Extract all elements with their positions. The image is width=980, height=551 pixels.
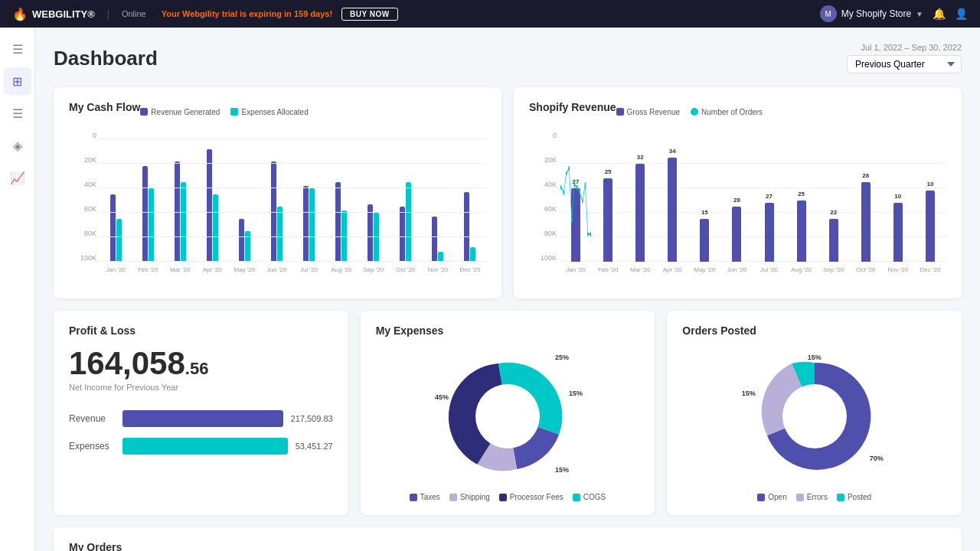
svg-point-1: [782, 384, 847, 448]
page-title: Dashboard: [54, 47, 158, 70]
shopify-line-dot-7: [579, 191, 580, 195]
pnl-expenses-bar: [122, 438, 288, 455]
pnl-revenue-value: 217,509.83: [291, 414, 333, 423]
shopify-x-label: Feb '20: [592, 263, 624, 285]
sidebar-item-products[interactable]: ◈: [4, 132, 31, 159]
store-dropdown-icon: ▼: [916, 10, 923, 18]
expenses-card: My Expenses: [361, 311, 655, 515]
shopify-x-label: Oct '20: [850, 263, 882, 285]
sidebar-item-orders[interactable]: ☰: [4, 99, 31, 127]
legend-posted: Posted: [837, 493, 871, 501]
shopify-line-dot-9: [584, 182, 586, 187]
shopify-revenue-card: Shopify Revenue Gross Revenue Number of …: [514, 87, 962, 298]
pnl-revenue-row: Revenue 217,509.83: [69, 410, 333, 427]
legend-revenue-dot: [140, 108, 148, 116]
cashflow-x-label: Dec '20: [454, 263, 486, 285]
top-charts-row: My Cash Flow Revenue Generated Expenses …: [54, 87, 962, 298]
pnl-card: Profit & Loss 164,058.56 Net Income for …: [54, 311, 348, 515]
pnl-expenses-value: 53,451.27: [296, 442, 333, 451]
sidebar: ☰ ⊞ ☰ ◈ 📈: [0, 28, 35, 551]
shopify-x-label: Dec '20: [914, 263, 946, 285]
shopify-x-label: Jul '20: [753, 263, 785, 285]
logo-icon: 🔥: [12, 7, 28, 21]
shopify-chart: 100K 80K 60K 40K 20K 0 272532341: [529, 132, 946, 285]
expenses-donut: 25% 15% 15% 45%: [431, 347, 584, 485]
nav-right: M My Shopify Store ▼ 🔔 👤: [820, 5, 968, 22]
shopify-line-dot-5: [573, 182, 575, 187]
expenses-pct-1: 25%: [555, 354, 569, 361]
date-range-section: Jul 1, 2022 – Sep 30, 2022 Previous Quar…: [847, 43, 962, 73]
shopify-x-label: Sep '20: [818, 263, 850, 285]
expenses-donut-svg: [431, 347, 584, 485]
expenses-title: My Expenses: [376, 324, 640, 337]
cashflow-x-label: May '20: [228, 263, 260, 285]
shopify-line-dot-8: [582, 199, 583, 204]
legend-orders-dot: [691, 108, 698, 116]
legend-expenses: Expenses Allocated: [230, 108, 308, 116]
shopify-x-label: Jun '20: [720, 263, 753, 285]
store-name: My Shopify Store: [841, 8, 911, 19]
orders-legend: Open Errors Posted: [757, 493, 871, 501]
cashflow-grid: [100, 139, 486, 262]
pnl-revenue-bar: [122, 410, 283, 427]
sidebar-item-dashboard[interactable]: ⊞: [4, 67, 31, 95]
expenses-pct-2: 15%: [569, 390, 583, 397]
cashflow-x-label: Nov '20: [422, 263, 454, 285]
orders-pct-open: 15%: [808, 354, 822, 361]
legend-open: Open: [757, 493, 786, 501]
shopify-x-label: Aug '20: [786, 263, 818, 285]
date-range-label: Jul 1, 2022 – Sep 30, 2022: [861, 43, 962, 52]
orders-posted-donut-container: 15% 15% 70% Open Errors: [682, 347, 946, 501]
shopify-title: Shopify Revenue: [529, 101, 616, 113]
user-icon[interactable]: 👤: [955, 8, 968, 20]
legend-orders-count: Number of Orders: [691, 108, 763, 116]
date-range-select[interactable]: Previous Quarter This Quarter Last Month…: [847, 55, 962, 73]
shopify-x-labels: Jan '20Feb '20Mar '20Apr '20May '20Jun '…: [560, 263, 946, 285]
shopify-x-label: Mar '20: [624, 263, 656, 285]
cashflow-x-label: Sep '20: [358, 263, 390, 285]
my-orders-title: My Orders: [69, 541, 946, 551]
cashflow-x-label: Feb '20: [132, 263, 164, 285]
pnl-revenue-label: Revenue: [69, 413, 115, 424]
buy-now-button[interactable]: BUY NOW: [341, 8, 398, 21]
cashflow-x-label: Oct '20: [390, 263, 422, 285]
shopify-line-dot-0: [560, 185, 562, 190]
logo: 🔥 WEBGILITY®: [12, 7, 95, 21]
cashflow-card: My Cash Flow Revenue Generated Expenses …: [54, 87, 501, 298]
top-navigation: 🔥 WEBGILITY® | Online Your Webgility tri…: [0, 0, 980, 28]
orders-pct-posted: 70%: [870, 455, 884, 462]
orders-donut-svg: [738, 347, 891, 485]
sidebar-item-menu[interactable]: ☰: [4, 35, 31, 63]
pnl-expenses-label: Expenses: [69, 441, 115, 452]
page-header: Dashboard Jul 1, 2022 – Sep 30, 2022 Pre…: [54, 43, 962, 73]
my-orders-section: My Orders: [54, 527, 962, 551]
main-layout: ☰ ⊞ ☰ ◈ 📈 Dashboard Jul 1, 2022 – Sep 30…: [0, 28, 980, 551]
legend-taxes: Taxes: [410, 493, 440, 501]
svg-point-0: [475, 384, 540, 448]
online-status: Online: [122, 9, 146, 18]
shopify-line: [561, 168, 591, 234]
legend-shipping: Shipping: [449, 493, 490, 501]
nav-divider: |: [107, 8, 109, 19]
orders-pct-errors: 15%: [742, 390, 756, 397]
cashflow-y-axis: 100K 80K 60K 40K 20K 0: [69, 132, 100, 262]
bottom-cards-row: Profit & Loss 164,058.56 Net Income for …: [54, 311, 962, 515]
pnl-subtitle: Net Income for Previous Year: [69, 383, 333, 392]
cashflow-title: My Cash Flow: [69, 101, 140, 113]
legend-cogs: COGS: [573, 493, 606, 501]
notification-icon[interactable]: 🔔: [933, 8, 946, 20]
cashflow-x-label: Jun '20: [260, 263, 292, 285]
store-selector[interactable]: M My Shopify Store ▼: [820, 5, 923, 22]
shopify-legend: Gross Revenue Number of Orders: [616, 108, 763, 116]
shopify-line-dot-11: [590, 232, 591, 236]
legend-processor-fees: Processor Fees: [499, 493, 564, 501]
orders-posted-donut: 15% 15% 70%: [738, 347, 891, 485]
shopify-line-chart: [560, 139, 946, 262]
shopify-x-label: Nov '20: [882, 263, 914, 285]
shopify-x-label: Apr '20: [656, 263, 688, 285]
sidebar-item-analytics[interactable]: 📈: [4, 164, 31, 191]
legend-errors: Errors: [796, 493, 828, 501]
shopify-line-dot-10: [587, 232, 589, 236]
logo-text: WEBGILITY®: [32, 8, 95, 20]
shopify-x-label: Jan '20: [560, 263, 592, 285]
